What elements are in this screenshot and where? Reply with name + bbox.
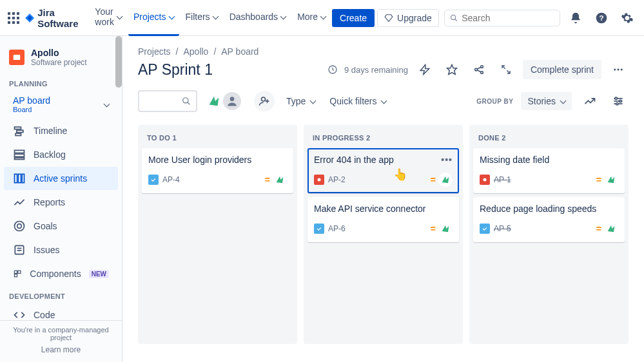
card-title: Error 404 in the app [314, 155, 453, 165]
avatar-unassigned[interactable] [222, 91, 242, 111]
project-header[interactable]: Apollo Software project [0, 36, 122, 73]
svg-line-45 [188, 102, 190, 105]
breadcrumb-board[interactable]: AP board [221, 46, 259, 57]
chevron-down-icon [380, 96, 386, 106]
planning-section-label: PLANNING [0, 73, 122, 90]
svg-marker-33 [447, 65, 456, 75]
board-column: DONE 2Missing date fieldAP-1=Reduce page… [469, 125, 629, 344]
sidebar-item-reports[interactable]: Reports [4, 191, 118, 214]
svg-text:?: ? [599, 14, 603, 22]
card-menu-icon[interactable]: ••• [441, 155, 453, 165]
svg-point-46 [230, 97, 235, 101]
search-icon [450, 14, 458, 23]
chevron-down-icon [168, 12, 174, 22]
learn-more-link[interactable]: Learn more [8, 345, 114, 354]
nav-more[interactable]: More [292, 0, 331, 36]
card-title: Reduce page loading speeds [480, 204, 618, 214]
assignee-avatar[interactable] [438, 222, 453, 236]
assignee-avatar[interactable] [438, 173, 453, 187]
page-title: AP Sprint 1 [138, 61, 213, 79]
nav-dashboards[interactable]: Dashboards [224, 0, 291, 36]
svg-point-56 [318, 178, 321, 182]
scrollbar[interactable] [115, 36, 122, 88]
task-type-icon [314, 224, 324, 234]
bug-type-icon [314, 175, 324, 185]
issue-card[interactable]: More User login providersAP-4= [142, 148, 293, 193]
global-search[interactable] [444, 10, 560, 26]
issue-card[interactable]: Reduce page loading speedsAP-5= [473, 197, 625, 242]
card-title: More User login providers [148, 155, 287, 165]
sidebar-item-timeline[interactable]: Timeline [4, 119, 118, 142]
nav-your-work[interactable]: Your work [90, 0, 127, 36]
assignee-avatar[interactable] [604, 222, 618, 236]
svg-rect-7 [12, 21, 15, 24]
breadcrumb-projects[interactable]: Projects [138, 46, 171, 57]
view-settings-icon[interactable] [608, 91, 629, 111]
upgrade-button[interactable]: Upgrade [377, 9, 439, 27]
svg-point-9 [451, 15, 455, 19]
breadcrumb-apollo[interactable]: Apollo [183, 46, 208, 57]
add-people-button[interactable] [254, 91, 275, 111]
components-icon [13, 267, 22, 280]
priority-icon: = [596, 224, 601, 234]
svg-rect-8 [17, 21, 19, 24]
complete-sprint-button[interactable]: Complete sprint [523, 60, 601, 79]
sidebar-board-heading[interactable]: AP board Board [4, 90, 118, 119]
notifications-icon[interactable] [565, 8, 586, 28]
share-icon[interactable] [469, 59, 489, 80]
jira-logo[interactable]: Jira Software [24, 7, 82, 29]
svg-rect-20 [15, 174, 17, 182]
sidebar-item-components[interactable]: ComponentsNEW [4, 262, 118, 285]
app-switcher-icon[interactable] [8, 10, 19, 26]
sidebar-item-issues[interactable]: Issues [4, 238, 118, 262]
svg-rect-18 [15, 154, 24, 157]
board-search[interactable] [138, 90, 197, 112]
nav-filters[interactable]: Filters [181, 0, 223, 36]
board-icon [13, 172, 26, 185]
issue-card[interactable]: Missing date fieldAP-1= [473, 148, 625, 193]
svg-rect-16 [15, 133, 21, 135]
issue-key: AP-4 [162, 175, 180, 184]
create-button[interactable]: Create [332, 9, 375, 27]
more-actions-icon[interactable] [608, 59, 629, 80]
svg-rect-22 [22, 174, 24, 182]
sidebar-item-active-sprints[interactable]: Active sprints [4, 167, 118, 190]
chevron-down-icon [560, 96, 565, 106]
search-input[interactable] [462, 13, 554, 23]
insights-icon[interactable] [580, 91, 600, 111]
sidebar-item-code[interactable]: Code [4, 303, 118, 320]
sidebar-item-goals[interactable]: Goals [4, 214, 118, 238]
issue-card[interactable]: •••👆Error 404 in the appAP-2= [307, 148, 459, 193]
svg-rect-4 [12, 17, 15, 19]
svg-rect-19 [15, 158, 24, 160]
sidebar-item-backlog[interactable]: Backlog [4, 143, 118, 166]
chevron-down-icon [320, 12, 326, 22]
assignee-avatar[interactable] [604, 173, 618, 187]
chevron-down-icon [309, 96, 315, 106]
issue-key: AP-2 [328, 175, 346, 184]
search-icon [182, 97, 191, 106]
project-name: Apollo [31, 48, 87, 58]
nav-projects[interactable]: Projects [128, 0, 179, 36]
star-icon[interactable] [442, 59, 462, 80]
svg-rect-15 [17, 130, 23, 132]
quick-filters[interactable]: Quick filters [327, 92, 389, 110]
issue-card[interactable]: Make API service connectorAP-6= [307, 197, 459, 242]
chevron-down-icon [280, 12, 286, 22]
main-content: Projects/ Apollo/ AP board AP Sprint 1 9… [122, 36, 644, 362]
help-icon[interactable]: ? [591, 8, 612, 28]
type-filter[interactable]: Type [284, 92, 318, 110]
board-column: IN PROGRESS 2•••👆Error 404 in the appAP-… [304, 125, 463, 344]
priority-icon: = [431, 224, 436, 234]
fullscreen-icon[interactable] [496, 59, 516, 80]
chevron-down-icon [103, 99, 109, 110]
automation-icon[interactable] [415, 59, 435, 80]
assignee-avatar[interactable] [273, 173, 287, 187]
priority-icon: = [431, 175, 436, 185]
svg-point-53 [615, 97, 617, 99]
svg-rect-13 [14, 55, 21, 60]
group-by-select[interactable]: Stories [521, 92, 572, 110]
nav-items: Your work Projects Filters Dashboards Mo… [90, 0, 375, 36]
project-type: Software project [31, 58, 87, 67]
settings-icon[interactable] [617, 8, 638, 28]
